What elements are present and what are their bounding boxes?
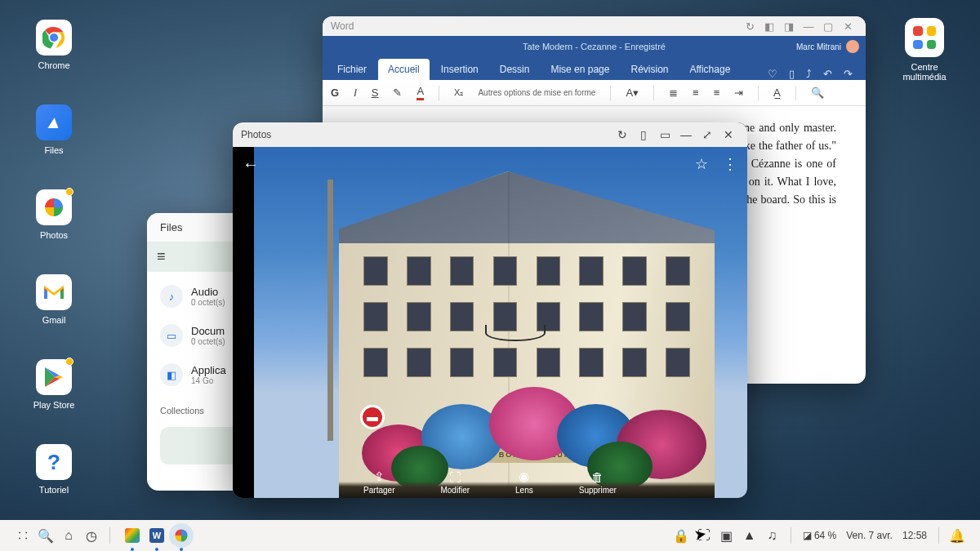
word-user[interactable]: Marc Mitrani (796, 36, 859, 57)
avatar (846, 40, 859, 53)
more-icon[interactable]: ⋮ (723, 155, 737, 173)
desktop-icon-label: Chrome (24, 60, 83, 70)
close-icon[interactable]: ✕ (718, 128, 739, 141)
bullets-button[interactable]: ≣ (669, 87, 678, 99)
delete-button[interactable]: 🗑Supprimer (579, 470, 617, 495)
minimize-icon[interactable]: — (799, 20, 818, 33)
font-color-button[interactable]: A (416, 85, 424, 100)
snap-left-icon[interactable]: ◧ (760, 20, 779, 33)
italic-button[interactable]: I (354, 87, 357, 99)
close-icon[interactable]: ✕ (838, 20, 858, 33)
photos-titlebar[interactable]: Photos ↻ ▯ ▭ — ⤢ ✕ (233, 122, 747, 147)
more-format-label[interactable]: Autres options de mise en forme (478, 88, 595, 97)
share-icon[interactable]: ⤴ (806, 68, 812, 80)
minimize-icon[interactable]: — (675, 128, 697, 141)
notifications-icon[interactable]: 🔔 (946, 528, 969, 544)
word-tabs: Fichier Accueil Insertion Dessin Mise en… (323, 57, 866, 80)
reading-icon[interactable]: ▯ (789, 68, 795, 80)
edit-icon: ⛶ (449, 470, 461, 484)
desktop-icon-tutorial[interactable]: ? Tutoriel (24, 444, 83, 495)
desktop-icon-media-center[interactable]: Centre multimédia (892, 18, 957, 82)
refresh-icon[interactable]: ↻ (740, 20, 760, 33)
tab-mise-en-page[interactable]: Mise en page (541, 59, 619, 80)
recent-icon[interactable]: ◷ (80, 528, 103, 544)
lock-icon[interactable]: 🔒 (670, 528, 693, 544)
bold-button[interactable]: G (331, 87, 339, 99)
taskbar-app-settings[interactable] (120, 523, 145, 548)
gmail-icon (36, 274, 72, 310)
battery-status[interactable]: ◪ 64 % (798, 530, 842, 541)
date-label[interactable]: Ven. 7 avr. (841, 530, 898, 541)
desktop-icon-label: Centre multimédia (892, 62, 957, 82)
word-app-name: Word (331, 20, 354, 32)
indent-button[interactable]: ⇥ (734, 87, 743, 99)
phone-icon[interactable]: ▯ (633, 128, 654, 141)
find-button[interactable]: 🔍 (811, 87, 824, 99)
desktop-icon-photos[interactable]: Photos (24, 189, 83, 240)
desktop-icon-playstore[interactable]: Play Store (24, 359, 83, 410)
taskbar: ⸬ 🔍 ⌂ ◷ W 🔒 ⛶ ▣ ▲ ♫ ◪ 64 % Ven. 7 avr. 1… (0, 520, 980, 551)
taskbar-app-word[interactable]: W (145, 523, 169, 548)
desktop-icon-files[interactable]: ▲ Files (24, 104, 83, 155)
wifi-icon[interactable]: ▲ (738, 528, 761, 543)
chrome-icon (36, 20, 72, 56)
favorite-icon[interactable]: ☆ (695, 155, 708, 173)
lens-button[interactable]: ◉Lens (515, 469, 533, 495)
underline-button[interactable]: S (372, 87, 379, 99)
time-label[interactable]: 12:58 (898, 530, 932, 541)
edit-button[interactable]: ⛶Modifier (440, 470, 470, 495)
back-icon[interactable]: ← (243, 155, 259, 174)
refresh-icon[interactable]: ↻ (612, 128, 633, 141)
styles-button[interactable]: A̲ (773, 87, 781, 99)
photo-actions: ⇪Partager ⛶Modifier ◉Lens 🗑Supprimer (233, 459, 747, 498)
home-icon[interactable]: ⌂ (57, 528, 80, 543)
tab-dessin[interactable]: Dessin (490, 59, 540, 80)
play-store-icon (36, 359, 72, 395)
music-icon: ♪ (160, 285, 183, 308)
hamburger-icon[interactable]: ≡ (157, 248, 166, 264)
files-icon: ▲ (36, 104, 72, 140)
tab-accueil[interactable]: Accueil (378, 59, 430, 80)
numbering-button[interactable]: ≡ (693, 87, 699, 99)
word-ribbon: G I S ✎ A X₂ Autres options de mise en f… (323, 80, 866, 106)
snap-right-icon[interactable]: ◨ (779, 20, 799, 33)
word-titlebar[interactable]: Word ↻ ◧ ◨ — ▢ ✕ (323, 16, 866, 36)
desktop-icon-label: Gmail (24, 315, 83, 325)
photo-viewer[interactable]: LE BON PECHEUR ← ☆ ⋮ ⇪Partager ⛶Modifier (233, 147, 747, 498)
highlight-button[interactable]: ✎ (393, 87, 402, 99)
desktop-icon-chrome[interactable]: Chrome (24, 20, 83, 70)
lightbulb-icon[interactable]: ♡ (768, 68, 777, 80)
share-button[interactable]: ⇪Partager (363, 469, 394, 495)
help-icon: ? (36, 444, 72, 480)
taskbar-app-photos[interactable] (169, 523, 194, 548)
redo-icon[interactable]: ↷ (844, 68, 853, 80)
subscript-button[interactable]: X₂ (454, 87, 463, 98)
desktop-icon-label: Files (24, 145, 83, 155)
desktop-icon-label: Tutoriel (24, 485, 83, 495)
headphones-icon[interactable]: ♫ (761, 528, 784, 543)
align-button[interactable]: ≡ (714, 87, 720, 99)
trash-icon: 🗑 (591, 470, 604, 484)
desktop-icon-gmail[interactable]: Gmail (24, 274, 83, 325)
fullscreen-icon[interactable]: ⤢ (697, 128, 718, 141)
desktop-icon-label: Photos (24, 230, 83, 240)
photos-icon (36, 189, 72, 225)
text-style-button[interactable]: A▾ (626, 87, 639, 99)
tab-affichage[interactable]: Affichage (680, 59, 741, 80)
word-document-title: Tate Modern - Cezanne - Enregistré Marc … (323, 36, 866, 57)
tab-fichier[interactable]: Fichier (327, 59, 376, 80)
tab-insertion[interactable]: Insertion (431, 59, 488, 80)
cast-icon[interactable]: ▣ (715, 528, 738, 544)
search-icon[interactable]: 🔍 (34, 528, 57, 544)
media-center-icon (905, 18, 944, 57)
photos-app-name: Photos (241, 129, 271, 140)
desktop-icon-label: Play Store (24, 400, 83, 410)
tab-revision[interactable]: Révision (621, 59, 678, 80)
apps-icon: ◧ (160, 363, 183, 386)
launcher-icon[interactable]: ⸬ (11, 528, 34, 543)
photos-window: Photos ↻ ▯ ▭ — ⤢ ✕ LE BON PECHEUR (233, 122, 747, 498)
document-icon: ▭ (160, 324, 183, 347)
maximize-icon[interactable]: ▢ (818, 20, 838, 33)
undo-icon[interactable]: ↶ (823, 68, 832, 80)
tablet-icon[interactable]: ▭ (654, 128, 675, 141)
